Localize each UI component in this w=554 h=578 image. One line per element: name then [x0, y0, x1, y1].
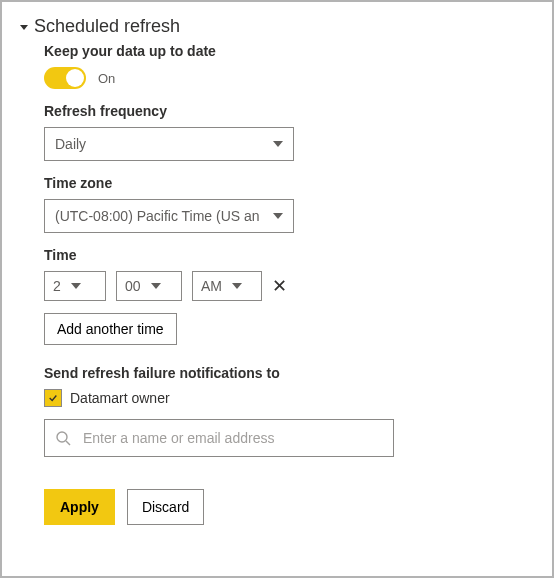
toggle-knob: [66, 69, 84, 87]
keep-up-to-date-toggle[interactable]: [44, 67, 86, 89]
caret-down-icon: [20, 25, 28, 30]
chevron-down-icon: [151, 283, 161, 289]
section-header[interactable]: Scheduled refresh: [20, 16, 534, 37]
notifications-label: Send refresh failure notifications to: [44, 365, 534, 381]
time-minute-value: 00: [125, 278, 141, 294]
time-hour-select[interactable]: 2: [44, 271, 106, 301]
chevron-down-icon: [71, 283, 81, 289]
notification-email-input[interactable]: [81, 429, 383, 447]
chevron-down-icon: [273, 213, 283, 219]
refresh-frequency-value: Daily: [55, 136, 86, 152]
time-hour-value: 2: [53, 278, 61, 294]
add-another-time-button[interactable]: Add another time: [44, 313, 177, 345]
timezone-label: Time zone: [44, 175, 534, 191]
keep-up-to-date-label: Keep your data up to date: [44, 43, 534, 59]
time-ampm-select[interactable]: AM: [192, 271, 262, 301]
check-icon: [48, 393, 58, 403]
apply-button[interactable]: Apply: [44, 489, 115, 525]
time-ampm-value: AM: [201, 278, 222, 294]
chevron-down-icon: [273, 141, 283, 147]
scheduled-refresh-panel: Scheduled refresh Keep your data up to d…: [0, 0, 554, 578]
time-label: Time: [44, 247, 534, 263]
datamart-owner-checkbox[interactable]: [44, 389, 62, 407]
chevron-down-icon: [232, 283, 242, 289]
search-icon: [55, 430, 71, 446]
timezone-select[interactable]: (UTC-08:00) Pacific Time (US an: [44, 199, 294, 233]
refresh-frequency-label: Refresh frequency: [44, 103, 534, 119]
remove-time-button[interactable]: ✕: [272, 275, 287, 297]
time-minute-select[interactable]: 00: [116, 271, 182, 301]
refresh-frequency-select[interactable]: Daily: [44, 127, 294, 161]
svg-point-0: [57, 432, 67, 442]
svg-line-1: [66, 441, 70, 445]
toggle-status-label: On: [98, 71, 115, 86]
section-title: Scheduled refresh: [34, 16, 180, 37]
notification-email-field[interactable]: [44, 419, 394, 457]
timezone-value: (UTC-08:00) Pacific Time (US an: [55, 208, 260, 224]
datamart-owner-label: Datamart owner: [70, 390, 170, 406]
discard-button[interactable]: Discard: [127, 489, 204, 525]
